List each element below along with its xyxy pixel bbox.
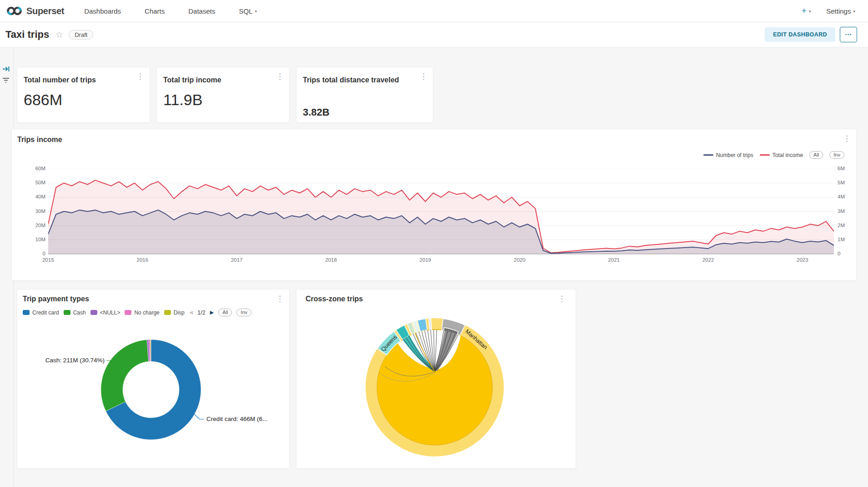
y-axis-tick: 2M (838, 223, 845, 228)
trips-income-chart-card: Trips income ⋮ Number of tripsTotal inco… (11, 129, 857, 281)
x-axis-tick: 2022 (702, 257, 714, 263)
legend-swatch (125, 310, 131, 315)
y-axis-tick: 60M (35, 166, 45, 171)
chart-title: Trips income (17, 136, 62, 144)
kebab-menu-icon[interactable]: ⋮ (136, 73, 144, 81)
y-axis-tick: 1M (838, 237, 845, 242)
chart-title: Cross-zone trips (306, 295, 363, 303)
nav-item-dashboards[interactable]: Dashboards (72, 7, 133, 15)
kebab-menu-icon[interactable]: ⋮ (276, 295, 284, 303)
top-navbar: Superset Dashboards Charts Datasets SQL▾… (0, 0, 868, 22)
inv-series-button[interactable]: Inv (829, 151, 844, 159)
legend-page-indicator: 1/2 (197, 309, 205, 316)
x-axis-tick: 2018 (325, 257, 337, 263)
legend-item[interactable]: Total income (760, 152, 803, 158)
x-axis-tick: 2020 (514, 257, 526, 263)
nav-item-charts[interactable]: Charts (133, 7, 176, 15)
credit-card-slice-label: Credit card: 466M (6... (206, 416, 267, 422)
legend-item[interactable]: <NULL> (90, 309, 120, 316)
x-axis-tick: 2021 (608, 257, 620, 263)
chevron-down-icon: ▾ (809, 9, 811, 14)
legend-item[interactable]: Disp (164, 309, 185, 316)
kpi-card-trip-income: Total trip income ⋮ 11.9B (156, 67, 290, 123)
nav-item-datasets[interactable]: Datasets (176, 7, 227, 15)
y-axis-tick: 5M (838, 180, 845, 185)
status-badge: Draft (69, 30, 93, 40)
kebab-menu-icon[interactable]: ⋮ (843, 135, 851, 142)
cross-zone-chart-card: Cross-zone trips ⋮ QueensManhattan (296, 289, 576, 469)
kpi-value: 11.9B (163, 91, 202, 109)
y-axis-tick: 40M (35, 194, 45, 199)
chevron-down-icon: ▾ (853, 9, 855, 14)
kpi-title: Trips total distance traveled (303, 75, 415, 86)
chart-legend: Credit cardCash<NULL>No chargeDisp◀1/2▶A… (23, 309, 251, 316)
x-axis-tick: 2015 (42, 257, 54, 263)
y-axis-tick: 30M (35, 208, 45, 214)
kpi-value: 686M (24, 91, 62, 109)
legend-swatch (703, 154, 713, 156)
kebab-menu-icon[interactable]: ⋮ (276, 73, 284, 81)
superset-brand[interactable]: Superset (0, 5, 72, 16)
kpi-title: Total number of trips (24, 75, 131, 86)
all-series-button[interactable]: All (218, 309, 232, 316)
edit-dashboard-button[interactable]: EDIT DASHBOARD (765, 27, 835, 42)
inv-series-button[interactable]: Inv (236, 309, 251, 316)
chevron-down-icon: ▾ (255, 9, 257, 14)
kpi-value: 3.82B (303, 107, 330, 118)
y-axis-tick: 6M (838, 166, 845, 171)
filter-icon[interactable] (2, 76, 10, 86)
legend-item[interactable]: Number of trips (703, 152, 753, 158)
legend-swatch (64, 310, 70, 315)
legend-item[interactable]: Cash (64, 309, 86, 316)
more-options-button[interactable]: ··· (840, 27, 857, 42)
brand-name: Superset (26, 6, 64, 16)
expand-filter-bar-icon[interactable] (2, 66, 10, 74)
kebab-menu-icon[interactable]: ⋮ (420, 73, 427, 81)
legend-swatch (90, 310, 97, 315)
x-axis-tick: 2016 (137, 257, 149, 263)
legend-prev-page-icon[interactable]: ◀ (189, 309, 193, 315)
settings-menu[interactable]: Settings▾ (826, 7, 855, 15)
kebab-menu-icon[interactable]: ⋮ (558, 295, 566, 303)
legend-next-page-icon[interactable]: ▶ (210, 309, 214, 315)
cross-zone-chord[interactable]: QueensManhattan (296, 303, 577, 469)
favorite-star-icon[interactable]: ☆ (55, 30, 63, 40)
y-axis-tick: 4M (838, 194, 845, 199)
y-axis-tick: 50M (35, 180, 45, 185)
y-axis-tick: 0 (838, 251, 840, 256)
trips-income-plot[interactable] (48, 169, 834, 254)
legend-swatch (164, 310, 171, 315)
all-series-button[interactable]: All (809, 151, 823, 159)
chart-title: Trip payment types (23, 295, 89, 303)
dashboard-header: Taxi trips ☆ Draft EDIT DASHBOARD ··· (0, 22, 868, 47)
dashboard-grid: Total number of trips ⋮ 686M Total trip … (0, 47, 868, 487)
kpi-card-total-distance: Trips total distance traveled ⋮ 3.82B (296, 67, 433, 123)
add-new-button[interactable]: +▾ (802, 6, 811, 16)
x-axis-tick: 2017 (231, 257, 243, 263)
y-axis-tick: 10M (35, 237, 45, 242)
payment-types-chart-card: Trip payment types ⋮ Credit cardCash<NUL… (17, 289, 290, 469)
page-title: Taxi trips (5, 29, 49, 41)
y-axis-tick: 20M (35, 223, 45, 228)
legend-swatch (760, 154, 770, 156)
payment-types-donut[interactable]: Cash: 211M (30.74%)Credit card: 466M (6.… (17, 325, 290, 467)
kpi-card-total-trips: Total number of trips ⋮ 686M (17, 67, 150, 123)
chart-legend: Number of tripsTotal incomeAllInv (703, 151, 844, 159)
y-axis-tick: 3M (838, 208, 845, 214)
x-axis-tick: 2023 (797, 257, 808, 263)
nav-item-sql[interactable]: SQL▾ (227, 7, 269, 15)
legend-item[interactable]: No charge (125, 309, 159, 316)
superset-logo-icon (6, 5, 23, 16)
kpi-title: Total trip income (163, 75, 271, 86)
y-axis-tick: 0 (43, 251, 45, 256)
legend-item[interactable]: Credit card (23, 309, 59, 316)
legend-swatch (23, 310, 30, 315)
x-axis-tick: 2019 (420, 257, 431, 263)
cash-slice-label: Cash: 211M (30.74%) (45, 357, 105, 364)
